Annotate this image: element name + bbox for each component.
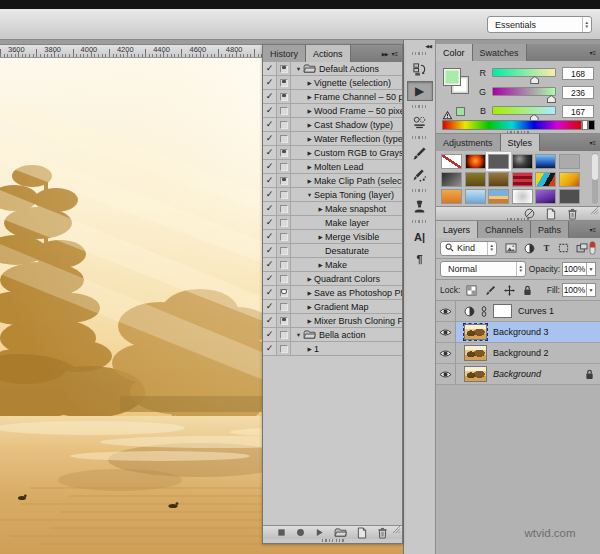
layer-row[interactable]: Curves 1 — [436, 301, 600, 322]
resize-grip-icon[interactable] — [590, 201, 599, 219]
action-check-toggle[interactable]: ✓ — [263, 202, 277, 215]
stop-button[interactable] — [277, 528, 286, 537]
style-swatch-no-style[interactable] — [441, 154, 462, 169]
action-row[interactable]: ✓▶Water Reflection (type) — [263, 132, 402, 146]
opacity-input[interactable]: 100% ▼ — [562, 262, 596, 276]
action-check-toggle[interactable]: ✓ — [263, 174, 277, 187]
character-panel-icon[interactable]: A| — [414, 226, 425, 248]
style-swatch-dark-gray[interactable] — [488, 154, 509, 169]
caret-right-icon[interactable]: ▶ — [305, 346, 314, 352]
style-swatch-light-gray[interactable] — [559, 154, 580, 169]
action-row[interactable]: ✓▶Save as Photoshop PDF — [263, 286, 402, 300]
action-row[interactable]: ✓▶Gradient Map — [263, 300, 402, 314]
layer-body[interactable]: Background 2 — [456, 343, 600, 363]
expand-panels-icon[interactable]: ◀◀ — [425, 40, 435, 49]
panel-menu-icon[interactable]: ▾≡ — [391, 50, 398, 57]
resize-grip-icon[interactable] — [392, 520, 401, 538]
action-dialog-toggle[interactable] — [277, 314, 291, 327]
action-check-toggle[interactable]: ✓ — [263, 104, 277, 117]
action-check-toggle[interactable]: ✓ — [263, 76, 277, 89]
style-swatch-dark-charcoal[interactable] — [559, 189, 580, 204]
action-check-toggle[interactable]: ✓ — [263, 132, 277, 145]
lock-transparency-icon[interactable] — [466, 285, 477, 296]
action-dialog-toggle[interactable] — [277, 118, 291, 131]
caret-right-icon[interactable]: ▶ — [305, 178, 314, 184]
panel-menu-icon[interactable]: ▾≡ — [589, 49, 596, 56]
action-check-toggle[interactable]: ✓ — [263, 216, 277, 229]
collapse-to-icons-icon[interactable]: ▶▶ — [382, 51, 388, 57]
lock-position-icon[interactable] — [504, 285, 515, 296]
style-swatch-black-gloss[interactable] — [512, 154, 533, 169]
dock-gripper[interactable] — [412, 189, 428, 192]
caret-right-icon[interactable]: ▶ — [305, 276, 314, 282]
caret-right-icon[interactable]: ▶ — [305, 318, 314, 324]
action-check-toggle[interactable]: ✓ — [263, 118, 277, 131]
style-swatch-charcoal-gradient[interactable] — [441, 172, 462, 187]
brush-panel-icon[interactable] — [412, 142, 427, 164]
action-dialog-toggle[interactable] — [277, 174, 291, 187]
layer-body[interactable]: Curves 1 — [456, 301, 600, 321]
caret-right-icon[interactable]: ▶ — [316, 206, 325, 212]
tab-history[interactable]: History — [263, 45, 306, 62]
gamut-color-swatch[interactable] — [456, 107, 465, 116]
caret-right-icon[interactable]: ▶ — [305, 304, 314, 310]
action-dialog-toggle[interactable] — [277, 216, 291, 229]
action-row[interactable]: ✓▶Make — [263, 258, 402, 272]
action-row[interactable]: ✓▶Quadrant Colors — [263, 272, 402, 286]
caret-down-icon[interactable]: ▼ — [305, 192, 314, 198]
action-check-toggle[interactable]: ✓ — [263, 272, 277, 285]
style-swatch-sky-blue[interactable] — [465, 189, 486, 204]
action-row[interactable]: ✓▶Merge Visible — [263, 230, 402, 244]
caret-right-icon[interactable]: ▶ — [316, 262, 325, 268]
action-row[interactable]: ✓▶Wood Frame – 50 pixel — [263, 104, 402, 118]
action-check-toggle[interactable]: ✓ — [263, 90, 277, 103]
new-action-button[interactable] — [357, 527, 367, 539]
tab-adjustments[interactable]: Adjustments — [436, 134, 501, 151]
history-panel-icon[interactable] — [412, 58, 427, 80]
styles-scrollbar[interactable] — [592, 153, 598, 204]
delete-button[interactable] — [377, 527, 388, 539]
style-swatch-bronze[interactable] — [488, 172, 509, 187]
lock-image-icon[interactable] — [485, 285, 496, 296]
action-row[interactable]: ✓▶Frame Channel – 50 p... — [263, 90, 402, 104]
workspace-selector[interactable]: Essentials ▲▼ — [487, 16, 592, 33]
action-dialog-toggle[interactable] — [277, 132, 291, 145]
caret-down-icon[interactable]: ▼ — [294, 66, 303, 72]
visibility-toggle[interactable] — [436, 343, 456, 363]
action-dialog-toggle[interactable] — [277, 202, 291, 215]
action-dialog-toggle[interactable] — [277, 272, 291, 285]
action-check-toggle[interactable]: ✓ — [263, 314, 277, 327]
style-swatch-orange-glow[interactable] — [465, 154, 486, 169]
lock-all-icon[interactable] — [523, 285, 532, 296]
delete-style-button[interactable] — [567, 208, 578, 220]
slider-thumb-icon[interactable] — [547, 95, 556, 103]
layer-thumbnail[interactable] — [464, 366, 487, 382]
action-row[interactable]: ✓▶Make snapshot — [263, 202, 402, 216]
smart-object-filter-icon[interactable] — [576, 243, 588, 253]
caret-down-icon[interactable]: ▼ — [294, 332, 303, 338]
action-dialog-toggle[interactable] — [277, 300, 291, 313]
dropdown-arrow-icon[interactable]: ▼ — [586, 263, 595, 275]
tool-presets-panel-icon[interactable] — [412, 195, 427, 217]
tab-styles[interactable]: Styles — [501, 134, 541, 151]
action-row[interactable]: ✓▶Mixer Brush Cloning P... — [263, 314, 402, 328]
layer-row[interactable]: Background — [436, 364, 600, 385]
action-check-toggle[interactable]: ✓ — [263, 328, 277, 341]
blend-mode-select[interactable]: Normal ▲▼ — [440, 261, 526, 277]
type-layer-filter-icon[interactable]: T — [542, 243, 551, 253]
layer-filter-toggle[interactable] — [589, 241, 596, 255]
tab-paths[interactable]: Paths — [531, 221, 569, 238]
action-dialog-toggle[interactable] — [277, 90, 291, 103]
actions-panel-icon[interactable]: ▶ — [407, 81, 433, 101]
style-swatch-blue-gradient[interactable] — [535, 154, 556, 169]
action-dialog-toggle[interactable] — [277, 258, 291, 271]
action-dialog-toggle[interactable] — [277, 328, 291, 341]
action-dialog-toggle[interactable] — [277, 244, 291, 257]
action-row[interactable]: ✓▶Vignette (selection) — [263, 76, 402, 90]
action-dialog-toggle[interactable] — [277, 286, 291, 299]
action-row[interactable]: ✓▶Custom RGB to Grays... — [263, 146, 402, 160]
action-dialog-toggle[interactable] — [277, 76, 291, 89]
dock-gripper[interactable] — [412, 105, 428, 108]
style-swatch-orange-gradient[interactable] — [441, 189, 462, 204]
channel-slider[interactable] — [492, 106, 556, 115]
